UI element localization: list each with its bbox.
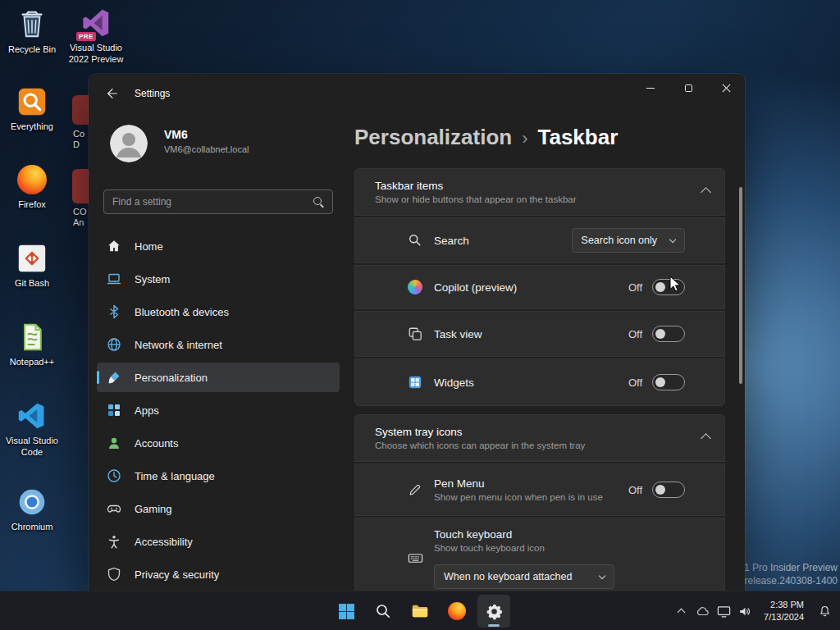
- back-button[interactable]: [100, 81, 125, 106]
- desktop-icon-label: Notepad++: [10, 357, 54, 368]
- bell-icon: [818, 605, 832, 619]
- firefox-button[interactable]: [441, 595, 473, 628]
- widgets-icon: [407, 374, 423, 390]
- privacy-shield-icon: [107, 567, 121, 582]
- accessibility-icon: [107, 534, 121, 549]
- sidebar-item-accessibility[interactable]: Accessibility: [97, 527, 340, 556]
- toggle-state-label: Off: [628, 281, 642, 294]
- toggle-state-label: Off: [628, 377, 642, 389]
- desktop-icon-git-bash[interactable]: Git Bash: [1, 242, 63, 290]
- sidebar-item-privacy-security[interactable]: Privacy & security: [97, 559, 340, 589]
- system-tray-icons-expander[interactable]: System tray icons Choose which icons can…: [354, 414, 725, 462]
- desktop-icon-label: Recycle Bin: [8, 44, 56, 56]
- display-tray-button[interactable]: [713, 597, 734, 625]
- sidebar-item-bluetooth-devices[interactable]: Bluetooth & devices: [97, 297, 340, 326]
- sidebar-item-network-internet[interactable]: Network & internet: [97, 330, 340, 359]
- search-icon: [313, 197, 324, 208]
- taskbar-search-icon: [375, 603, 391, 619]
- chevron-down-icon: [669, 235, 676, 242]
- desktop-icon-label: Everything: [11, 121, 53, 133]
- apps-grid-icon: [107, 403, 121, 418]
- close-button[interactable]: [707, 74, 745, 102]
- settings-search-box: [103, 189, 333, 214]
- widgets-toggle[interactable]: [652, 374, 685, 390]
- taskbar-clock[interactable]: 2:38 PM 7/13/2024: [756, 599, 812, 623]
- gaming-controller-icon: [107, 501, 121, 516]
- desktop-icon-visual-studio-code[interactable]: Visual Studio Code: [1, 399, 63, 459]
- window-title: Settings: [135, 88, 170, 99]
- desktop-icon-everything[interactable]: Everything: [1, 85, 63, 133]
- git-bash-icon: [16, 242, 48, 275]
- file-explorer-button[interactable]: [404, 595, 436, 628]
- desktop-icon-label: CO An: [73, 207, 87, 228]
- bluetooth-icon: [107, 304, 121, 319]
- dropdown-value: Search icon only: [582, 235, 657, 246]
- onedrive-tray-button[interactable]: [692, 597, 713, 625]
- sidebar-item-accounts[interactable]: Accounts: [97, 428, 340, 458]
- setting-row-search: Search Search icon only: [354, 217, 725, 263]
- breadcrumb-parent[interactable]: Personalization: [354, 125, 512, 149]
- close-icon: [722, 84, 731, 93]
- user-name: VM6: [164, 128, 188, 141]
- desktop-icon-visual-studio-2022[interactable]: PRE Visual Studio 2022 Preview: [65, 7, 127, 66]
- breadcrumb: Personalization›Taskbar: [354, 125, 618, 150]
- setting-row-pen-menu: Pen Menu Show pen menu icon when pen is …: [354, 463, 725, 516]
- section-title: Taskbar items: [375, 180, 577, 192]
- desktop-icon-recycle-bin[interactable]: Recycle Bin: [1, 8, 63, 56]
- minimize-button[interactable]: [632, 74, 669, 102]
- settings-window: Settings VM6 VM6@collabnet.local Home: [89, 74, 745, 591]
- taskbar-items-expander[interactable]: Taskbar items Show or hide buttons that …: [354, 168, 725, 216]
- minimize-icon: [646, 88, 655, 89]
- sidebar-item-gaming[interactable]: Gaming: [97, 494, 340, 523]
- row-label: Pen Menu: [434, 477, 603, 490]
- user-avatar-icon: [110, 125, 148, 162]
- toggle-state-label: Off: [628, 328, 642, 340]
- row-label: Task view: [434, 328, 482, 340]
- pen-icon: [407, 482, 423, 498]
- volume-icon: [737, 604, 753, 619]
- task-view-toggle[interactable]: [652, 326, 685, 342]
- start-button[interactable]: [330, 595, 363, 628]
- copilot-icon: [407, 279, 423, 295]
- personalization-brush-icon: [107, 370, 121, 385]
- clock-date: 7/13/2024: [764, 611, 804, 623]
- desktop-icon-notepad-plus-plus[interactable]: Notepad++: [1, 321, 63, 368]
- maximize-button[interactable]: [669, 74, 707, 102]
- tray-expand-button[interactable]: [670, 597, 692, 625]
- taskbar-search-button[interactable]: [367, 595, 399, 628]
- search-input[interactable]: [104, 196, 313, 208]
- sidebar-nav: Home System Bluetooth & devices Network …: [97, 231, 340, 591]
- sidebar-item-apps[interactable]: Apps: [97, 395, 340, 425]
- pen-menu-toggle[interactable]: [652, 482, 685, 498]
- content-scrollbar[interactable]: [739, 187, 742, 384]
- avatar[interactable]: [110, 125, 148, 162]
- settings-button[interactable]: [477, 595, 510, 628]
- visual-studio-2022-icon: PRE: [80, 7, 112, 39]
- sidebar-item-personalization[interactable]: Personalization: [97, 363, 340, 392]
- desktop-icon-chromium[interactable]: Chromium: [1, 486, 63, 533]
- chevron-up-icon[interactable]: [702, 185, 710, 199]
- row-label: Widgets: [434, 377, 474, 389]
- notepad-plus-plus-icon: [16, 321, 48, 354]
- sidebar-item-home[interactable]: Home: [97, 231, 340, 261]
- chevron-down-icon: [599, 572, 605, 578]
- display-icon: [716, 604, 732, 619]
- home-icon: [107, 239, 121, 253]
- touch-keyboard-dropdown[interactable]: When no keyboard attached: [434, 564, 614, 589]
- notification-center-button[interactable]: [812, 597, 837, 625]
- chevron-up-icon: [677, 609, 685, 617]
- search-style-dropdown[interactable]: Search icon only: [572, 228, 685, 253]
- chromium-icon: [16, 486, 48, 518]
- sidebar-item-system[interactable]: System: [97, 264, 340, 294]
- sidebar-item-time-language[interactable]: Time & language: [97, 461, 340, 491]
- desktop: Recycle Bin Everything Firefox Git Bash …: [0, 0, 840, 630]
- chevron-up-icon[interactable]: [702, 431, 710, 445]
- section-subtitle: Choose which icons can appear in the sys…: [375, 441, 585, 450]
- toggle-state-label: Off: [628, 484, 642, 496]
- desktop-icon-firefox[interactable]: Firefox: [1, 163, 63, 211]
- onedrive-cloud-icon: [695, 604, 710, 619]
- row-label: Copilot (preview): [434, 281, 517, 294]
- volume-tray-button[interactable]: [734, 597, 756, 625]
- clock-time: 2:38 PM: [764, 599, 804, 611]
- desktop-icon-label: Visual Studio Code: [1, 436, 63, 459]
